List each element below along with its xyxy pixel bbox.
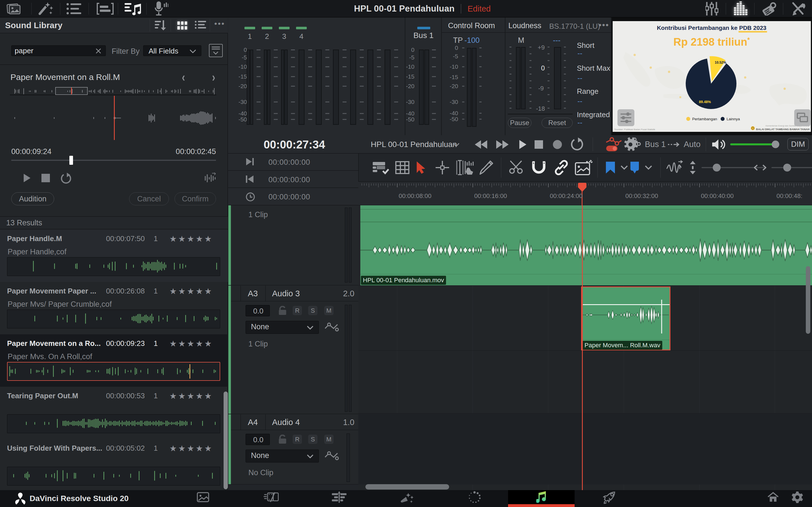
svg-text:BALAI DIKLAT TAMBANG BAWAH TAN: BALAI DIKLAT TAMBANG BAWAH TANAH bbox=[756, 128, 810, 131]
svg-text:89.48%: 89.48% bbox=[699, 100, 711, 104]
svg-text:10.52%: 10.52% bbox=[715, 61, 726, 64]
svg-text:*Sumber: Publikasi Badan Pusat: *Sumber: Publikasi Badan Pusat Statistik bbox=[614, 128, 656, 131]
svg-text:Rp 2198 triliun*: Rp 2198 triliun* bbox=[673, 36, 750, 48]
svg-text:Pertambangan: Pertambangan bbox=[692, 117, 717, 121]
svg-text:Kontribusi Pertambangan ke PDB: Kontribusi Pertambangan ke PDB 2023 bbox=[657, 24, 767, 31]
svg-text:Lainnya: Lainnya bbox=[726, 117, 740, 121]
